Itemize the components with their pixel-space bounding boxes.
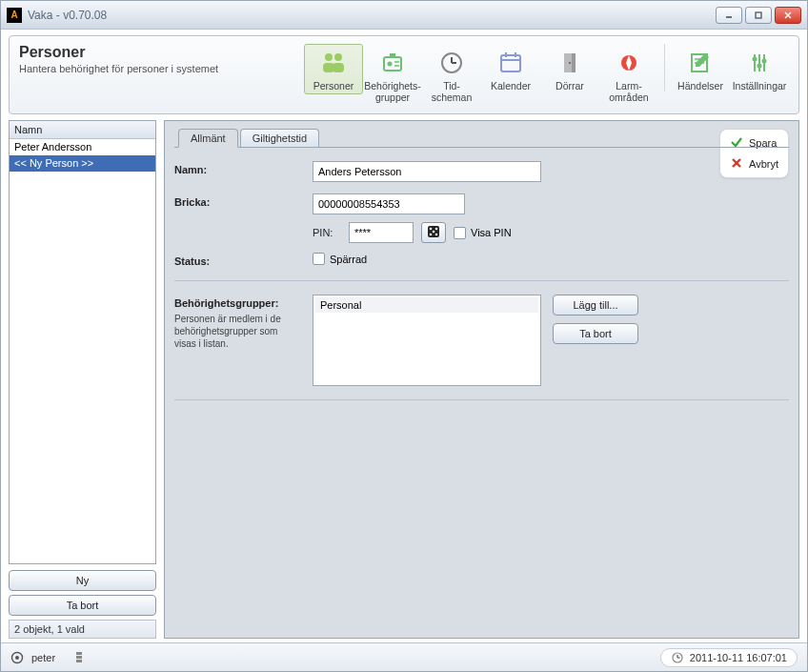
- toolbar-kalender[interactable]: Kalender: [481, 44, 540, 94]
- svg-rect-44: [76, 656, 82, 659]
- status-datetime-box: 2011-10-11 16:07:01: [660, 648, 798, 667]
- toolbar-personer[interactable]: Personer: [304, 44, 363, 94]
- header-wrap: Personer Hantera behörighet för personer…: [1, 30, 807, 120]
- titlebar: A Vaka - v0.70.08: [1, 1, 807, 30]
- list-item[interactable]: << Ny Person >>: [10, 155, 155, 172]
- app-icon: A: [7, 8, 22, 23]
- toolbar-larmomraden[interactable]: Larm- områden: [599, 44, 658, 106]
- row-namn: Namn:: [174, 161, 789, 182]
- status-user: peter: [31, 652, 55, 663]
- list-status: 2 objekt, 1 vald: [9, 620, 156, 639]
- left-buttons: Ny Ta bort: [9, 570, 156, 616]
- form-area: Namn: Bricka: PIN:: [174, 148, 789, 414]
- toolbar-label: Tid- scheman: [432, 80, 473, 103]
- content-area: Namn Peter Andersson << Ny Person >> Ny …: [1, 120, 807, 642]
- svg-point-5: [334, 53, 342, 61]
- grupp-item[interactable]: Personal: [315, 297, 538, 313]
- svg-rect-8: [384, 57, 401, 71]
- badge-icon: [377, 48, 408, 78]
- svg-point-37: [435, 228, 438, 231]
- people-icon: [318, 48, 349, 78]
- header-panel: Personer Hantera behörighet för personer…: [9, 35, 799, 114]
- toolbar-dorrar[interactable]: Dörrar: [540, 44, 599, 94]
- svg-rect-9: [390, 53, 395, 57]
- svg-rect-16: [501, 55, 520, 71]
- minimize-button[interactable]: [716, 7, 742, 24]
- delete-button[interactable]: Ta bort: [9, 595, 156, 616]
- toolbar-separator: [664, 44, 665, 92]
- toolbar: Personer Behörighets- grupper Tid- schem…: [304, 44, 789, 106]
- pin-input[interactable]: [349, 222, 414, 243]
- list-item[interactable]: Peter Andersson: [10, 139, 155, 155]
- row-bricka: Bricka: PIN:: [174, 193, 789, 243]
- dice-icon: [426, 224, 441, 241]
- tab-underline: [174, 147, 789, 148]
- svg-point-40: [435, 234, 438, 236]
- new-button[interactable]: Ny: [9, 570, 156, 591]
- window-title: Vaka - v0.70.08: [28, 9, 107, 22]
- toolbar-label: Inställningar: [733, 80, 787, 92]
- lagg-till-button[interactable]: Lägg till...: [553, 295, 638, 316]
- clock-small-icon: [671, 651, 684, 664]
- namn-label: Namn:: [174, 161, 313, 175]
- left-panel: Namn Peter Andersson << Ny Person >> Ny …: [9, 120, 156, 639]
- bricka-input[interactable]: [313, 193, 465, 214]
- toolbar-installningar[interactable]: Inställningar: [730, 44, 789, 94]
- person-list[interactable]: Namn Peter Andersson << Ny Person >>: [9, 120, 156, 564]
- section-separator: [174, 399, 789, 400]
- toolbar-label: Personer: [313, 80, 354, 92]
- svg-point-39: [430, 234, 433, 236]
- sparrad-wrap[interactable]: Spärrad: [313, 253, 367, 265]
- toolbar-label: Behörighets- grupper: [364, 80, 421, 103]
- header-text: Personer Hantera behörighet för personer…: [19, 44, 218, 74]
- toolbar-tidscheman[interactable]: Tid- scheman: [422, 44, 481, 106]
- settings-icon: [744, 48, 775, 78]
- maximize-button[interactable]: [745, 7, 772, 24]
- dice-button[interactable]: [421, 222, 446, 243]
- log-icon: [685, 48, 716, 78]
- toolbar-label: Kalender: [491, 80, 531, 92]
- bricka-label: Bricka:: [174, 193, 313, 208]
- alarm-icon: [614, 48, 644, 78]
- tab-row: Allmänt Giltighetstid: [174, 129, 789, 148]
- svg-point-4: [325, 53, 333, 61]
- close-button[interactable]: [775, 7, 801, 24]
- section-separator: [174, 280, 789, 281]
- statusbar: peter 2011-10-11 16:07:01: [1, 642, 807, 671]
- grupper-buttons: Lägg till... Ta bort: [553, 295, 638, 344]
- svg-point-36: [430, 228, 433, 231]
- row-status: Status: Spärrad: [174, 253, 789, 267]
- toolbar-behorighetsgrupper[interactable]: Behörighets- grupper: [363, 44, 422, 106]
- toolbar-handelser[interactable]: Händelser: [671, 44, 730, 94]
- toolbar-label: Larm- områden: [609, 80, 648, 103]
- bricka-fields: PIN: Visa PIN: [313, 193, 512, 243]
- grupp-tabort-button[interactable]: Ta bort: [553, 323, 638, 344]
- page-subtitle: Hantera behörighet för personer i system…: [19, 63, 218, 74]
- namn-input[interactable]: [313, 161, 541, 182]
- visa-pin-wrap[interactable]: Visa PIN: [454, 227, 512, 239]
- sparrad-checkbox[interactable]: [313, 253, 325, 265]
- grupper-list[interactable]: Personal: [313, 295, 541, 386]
- server-icon: [72, 651, 86, 664]
- svg-rect-1: [756, 12, 761, 18]
- door-icon: [555, 48, 585, 78]
- window-controls: [716, 7, 801, 24]
- tab-allmant[interactable]: Allmänt: [178, 129, 238, 148]
- toolbar-label: Händelser: [677, 80, 723, 92]
- detail-panel: Allmänt Giltighetstid Spara Avbryt: [164, 120, 799, 639]
- svg-point-22: [569, 62, 571, 64]
- visa-pin-checkbox[interactable]: [454, 227, 466, 239]
- svg-rect-43: [76, 652, 82, 655]
- svg-rect-7: [333, 63, 344, 72]
- grupper-label-text: Behörighetsgrupper:: [174, 297, 278, 309]
- svg-rect-45: [76, 660, 82, 662]
- tab-giltighetstid[interactable]: Giltighetstid: [240, 129, 319, 148]
- page-title: Personer: [19, 44, 218, 61]
- calendar-icon: [495, 48, 526, 78]
- user-status-icon: [10, 651, 24, 664]
- row-grupper: Behörighetsgrupper: Personen är medlem i…: [174, 295, 789, 386]
- pin-label: PIN:: [313, 227, 341, 238]
- toolbar-label: Dörrar: [556, 80, 584, 92]
- status-datetime: 2011-10-11 16:07:01: [690, 652, 787, 663]
- svg-point-10: [388, 62, 393, 67]
